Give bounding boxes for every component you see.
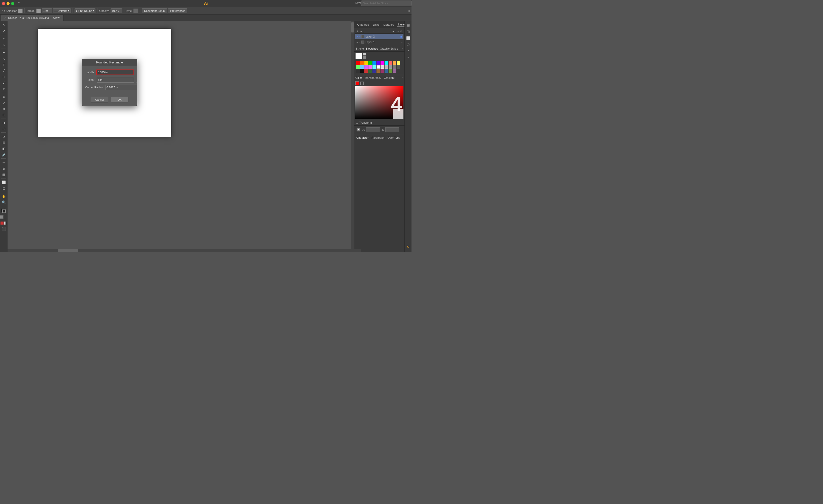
swatch-r2[interactable]	[388, 61, 392, 65]
learn-icon[interactable]: ?	[405, 55, 411, 60]
swatches-tab[interactable]: Swatches	[366, 47, 378, 50]
swatch-y2[interactable]	[397, 61, 400, 65]
libraries-icon[interactable]: ⬡	[405, 42, 411, 47]
character-tab[interactable]: Character	[356, 136, 368, 139]
pencil-tool[interactable]: ✏	[1, 86, 7, 92]
stroke-type-dropdown[interactable]: — Uniform ▾	[53, 8, 71, 13]
color-mode-fill[interactable]	[1, 221, 4, 224]
opentype-tab[interactable]: OpenType	[387, 136, 400, 139]
layers-icon[interactable]: ◫	[405, 29, 411, 34]
swatch-o2[interactable]	[392, 61, 396, 65]
swatch-g2[interactable]	[356, 65, 360, 69]
swatch-b2[interactable]	[360, 65, 364, 69]
type-tool[interactable]: T	[1, 62, 7, 67]
fill-color[interactable]	[18, 9, 23, 13]
transform-collapse[interactable]: ▲	[356, 121, 358, 124]
color-panel-menu[interactable]: ≡	[402, 76, 403, 79]
selection-tool[interactable]: ↖	[1, 22, 7, 28]
swatch-p8[interactable]	[392, 69, 396, 73]
vertical-scrollbar[interactable]	[351, 21, 354, 252]
scrollbar-thumb[interactable]	[58, 249, 78, 252]
swatch-white-lg[interactable]	[355, 53, 362, 59]
swatch-gray1[interactable]	[363, 53, 366, 56]
swatch-gray1[interactable]	[384, 65, 388, 69]
resize-handle[interactable]: ⇔	[137, 81, 137, 84]
swatch-p1[interactable]	[364, 69, 368, 73]
swatch-orange[interactable]	[360, 61, 364, 65]
cancel-button[interactable]: Cancel	[91, 97, 108, 103]
graphic-styles-tab[interactable]: Graphic Styles	[380, 47, 398, 50]
swatch-p4[interactable]	[376, 69, 380, 73]
slice-tool[interactable]: ⊡	[1, 186, 7, 191]
color-indicator-fill[interactable]	[355, 81, 359, 86]
bottom-scrollbar[interactable]	[8, 249, 361, 252]
line-tool[interactable]: ╱	[1, 68, 7, 73]
swatch-p3[interactable]	[372, 69, 376, 73]
swatch-violet[interactable]	[376, 61, 380, 65]
artboard-tool[interactable]: ⬜	[1, 179, 7, 185]
symbol-tool[interactable]: ⊕	[1, 166, 7, 171]
stroke-color[interactable]	[36, 9, 41, 13]
layer2-lock[interactable]: ◉	[400, 35, 402, 38]
swatch-green[interactable]	[368, 61, 372, 65]
color-tab[interactable]: Color	[355, 76, 362, 79]
tab-close-button[interactable]: ✕	[4, 16, 7, 20]
preferences-button[interactable]: Preferences	[168, 8, 187, 13]
paint-brush-tool[interactable]: 🖌	[1, 80, 7, 86]
close-button[interactable]	[2, 2, 5, 5]
shape-builder-tool[interactable]: ◑	[1, 120, 7, 125]
rotate-tool[interactable]: ↻	[1, 94, 7, 100]
height-input[interactable]	[97, 77, 134, 82]
artboards-icon[interactable]: ⬜	[405, 35, 411, 41]
eyedropper-tool[interactable]: 💉	[1, 152, 7, 157]
rectangle-tool[interactable]: □	[1, 74, 7, 79]
swatch-m2[interactable]	[368, 65, 372, 69]
layer1-lock[interactable]: ○	[401, 41, 402, 43]
swatch-p5[interactable]	[380, 69, 384, 73]
lasso-tool[interactable]: ⌕	[1, 42, 7, 47]
swatch-gray3[interactable]	[392, 65, 396, 69]
perspective-tool[interactable]: ⬗	[1, 134, 7, 139]
gradient-tool[interactable]: ◧	[1, 146, 7, 151]
transform-grid-icon[interactable]	[356, 127, 361, 132]
width-tool[interactable]: ⇔	[1, 106, 7, 112]
swatches-menu[interactable]: ≡	[402, 47, 403, 50]
swatch-black[interactable]	[360, 69, 364, 73]
y-input[interactable]	[385, 127, 399, 132]
layer-row-1[interactable]: ● ○ Layer 1 ○	[355, 39, 403, 45]
mesh-tool[interactable]: ⊞	[1, 140, 7, 145]
swatch-p2[interactable]	[368, 69, 372, 73]
swatch-gray2[interactable]	[363, 56, 366, 59]
stroke-tab[interactable]: Stroke	[356, 47, 364, 50]
ok-button[interactable]: OK	[111, 97, 129, 103]
style-color[interactable]	[134, 9, 138, 13]
ai-type-icon[interactable]: Ai	[405, 244, 411, 249]
tab-links[interactable]: Links	[372, 23, 380, 27]
document-setup-button[interactable]: Document Setup	[142, 8, 167, 13]
swatch-v2[interactable]	[364, 65, 368, 69]
column-graph-tool[interactable]: ▦	[1, 172, 7, 177]
properties-icon[interactable]: ▤	[405, 22, 411, 28]
swatch-yellow[interactable]	[364, 61, 368, 65]
gradient-tab[interactable]: Gradient	[384, 76, 394, 79]
layer1-target[interactable]: ○	[359, 41, 360, 43]
curvature-tool[interactable]: ∿	[1, 56, 7, 61]
maximize-button[interactable]	[11, 2, 14, 5]
document-tab[interactable]: ✕ Untitled-1* @ 100% (CMYK/GPU Preview)	[1, 15, 64, 21]
layer2-eye[interactable]: ●	[356, 35, 358, 38]
tab-libraries[interactable]: Libraries	[382, 23, 395, 27]
free-transform-tool[interactable]: ⊞	[1, 112, 7, 118]
width-input[interactable]	[96, 69, 134, 75]
layer-row-2[interactable]: ● ○ Layer 2 ◉	[355, 34, 403, 39]
stroke-color-box[interactable]	[2, 209, 6, 213]
none-box[interactable]	[0, 215, 4, 219]
layer2-target[interactable]: ○	[359, 35, 360, 38]
x-input[interactable]	[366, 127, 380, 132]
live-paint-tool[interactable]: ⬡	[1, 126, 7, 131]
paragraph-tab[interactable]: Paragraph	[371, 136, 384, 139]
minimize-button[interactable]	[7, 2, 10, 5]
tab-artboards[interactable]: Artboards	[356, 23, 370, 27]
toolbar-options[interactable]: ≡	[408, 9, 410, 12]
swatch-p7[interactable]	[388, 69, 392, 73]
layer1-eye[interactable]: ●	[356, 41, 358, 43]
